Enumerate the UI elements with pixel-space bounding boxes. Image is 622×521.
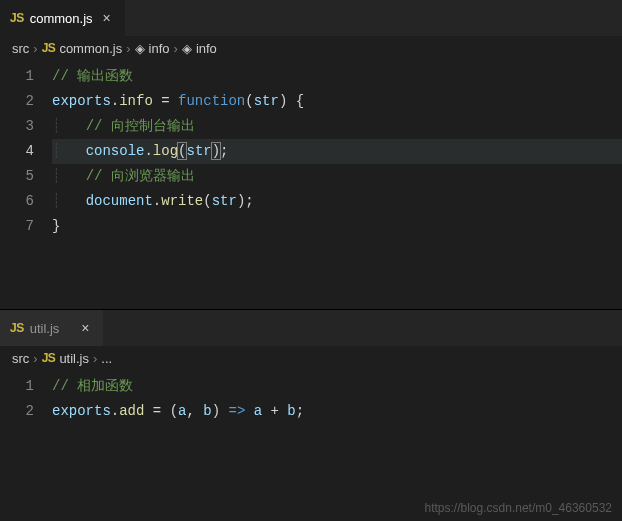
code-area[interactable]: // 输出函数 exports.info = function(str) { ┊… bbox=[52, 60, 622, 309]
crumb-symbol[interactable]: info bbox=[196, 41, 217, 56]
tab-title: common.js bbox=[30, 11, 93, 26]
chevron-right-icon: › bbox=[126, 41, 130, 56]
code-line[interactable]: // 相加函数 bbox=[52, 374, 622, 399]
code-line[interactable]: ┊ console.log(str); bbox=[52, 139, 622, 164]
code-line[interactable]: exports.info = function(str) { bbox=[52, 89, 622, 114]
tab-common-js[interactable]: JS common.js × bbox=[0, 0, 125, 36]
code-line[interactable]: // 输出函数 bbox=[52, 64, 622, 89]
code-line[interactable]: exports.add = (a, b) => a + b; bbox=[52, 399, 622, 424]
chevron-right-icon: › bbox=[174, 41, 178, 56]
line-number: 1 bbox=[0, 374, 52, 399]
breadcrumb[interactable]: src › JS common.js › ◈ info › ◈ info bbox=[0, 36, 622, 60]
crumb-folder[interactable]: src bbox=[12, 41, 29, 56]
js-icon: JS bbox=[10, 321, 24, 335]
code-editor[interactable]: 1 2 3 4 5 6 7 // 输出函数 exports.info = fun… bbox=[0, 60, 622, 309]
crumb-file[interactable]: common.js bbox=[59, 41, 122, 56]
line-number: 7 bbox=[0, 214, 52, 239]
code-line[interactable]: ┊ // 向控制台输出 bbox=[52, 114, 622, 139]
line-number: 6 bbox=[0, 189, 52, 214]
crumb-more[interactable]: ... bbox=[101, 351, 112, 366]
crumb-file[interactable]: util.js bbox=[59, 351, 89, 366]
line-number: 2 bbox=[0, 89, 52, 114]
line-number: 3 bbox=[0, 114, 52, 139]
code-editor[interactable]: 1 2 // 相加函数 exports.add = (a, b) => a + … bbox=[0, 370, 622, 521]
chevron-right-icon: › bbox=[33, 41, 37, 56]
chevron-right-icon: › bbox=[93, 351, 97, 366]
line-gutter: 1 2 bbox=[0, 370, 52, 521]
line-number: 4 bbox=[0, 139, 52, 164]
crumb-folder[interactable]: src bbox=[12, 351, 29, 366]
code-area[interactable]: // 相加函数 exports.add = (a, b) => a + b; bbox=[52, 370, 622, 521]
symbol-icon: ◈ bbox=[182, 41, 192, 56]
editor-pane-top: JS common.js × src › JS common.js › ◈ in… bbox=[0, 0, 622, 310]
editor-pane-bottom: JS util.js × src › JS util.js › ... 1 2 … bbox=[0, 310, 622, 521]
tab-bar: JS common.js × bbox=[0, 0, 622, 36]
line-number: 5 bbox=[0, 164, 52, 189]
tab-title: util.js bbox=[30, 321, 60, 336]
watermark: https://blog.csdn.net/m0_46360532 bbox=[425, 501, 612, 515]
symbol-icon: ◈ bbox=[135, 41, 145, 56]
code-line[interactable]: } bbox=[52, 214, 622, 239]
code-line[interactable]: ┊ // 向浏览器输出 bbox=[52, 164, 622, 189]
close-icon[interactable]: × bbox=[77, 320, 93, 336]
line-number: 1 bbox=[0, 64, 52, 89]
line-gutter: 1 2 3 4 5 6 7 bbox=[0, 60, 52, 309]
js-icon: JS bbox=[10, 11, 24, 25]
tab-util-js[interactable]: JS util.js × bbox=[0, 310, 103, 346]
crumb-symbol[interactable]: info bbox=[149, 41, 170, 56]
chevron-right-icon: › bbox=[33, 351, 37, 366]
close-icon[interactable]: × bbox=[99, 10, 115, 26]
js-icon: JS bbox=[42, 351, 56, 365]
code-line[interactable]: ┊ document.write(str); bbox=[52, 189, 622, 214]
line-number: 2 bbox=[0, 399, 52, 424]
breadcrumb[interactable]: src › JS util.js › ... bbox=[0, 346, 622, 370]
tab-bar: JS util.js × bbox=[0, 310, 622, 346]
js-icon: JS bbox=[42, 41, 56, 55]
